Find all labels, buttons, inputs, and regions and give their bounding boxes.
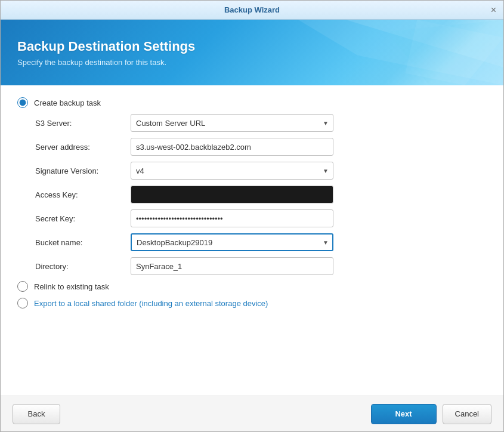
bucket-name-row: Bucket name: DesktopBackup29019 ▼ — [35, 233, 487, 251]
secret-key-control — [131, 209, 333, 227]
header-banner: Backup Destination Settings Specify the … — [1, 20, 503, 85]
server-address-control — [131, 138, 333, 156]
backup-wizard-window: Backup Wizard × Backup Destination Setti… — [0, 0, 504, 432]
access-key-row: Access Key: — [35, 186, 487, 203]
footer: Back Next Cancel — [1, 396, 503, 431]
s3-server-select[interactable]: Custom Server URL Amazon S3 Other — [131, 114, 333, 132]
back-button[interactable]: Back — [13, 404, 60, 424]
header-title: Backup Destination Settings — [17, 39, 487, 54]
signature-version-row: Signature Version: v2 v4 ▼ — [35, 162, 487, 180]
create-task-label[interactable]: Create backup task — [34, 98, 101, 107]
server-address-row: Server address: — [35, 138, 487, 156]
access-key-redacted[interactable] — [131, 186, 333, 203]
bucket-name-select[interactable]: DesktopBackup29019 — [131, 233, 333, 251]
next-button[interactable]: Next — [371, 404, 437, 424]
export-task-radio[interactable] — [17, 298, 28, 308]
access-key-control — [131, 186, 333, 203]
directory-label: Directory: — [35, 262, 131, 271]
header-subtitle: Specify the backup destination for this … — [17, 58, 487, 67]
close-button[interactable]: × — [491, 5, 496, 15]
footer-left: Back — [13, 404, 60, 424]
secret-key-input[interactable] — [131, 209, 333, 227]
s3-server-control: Custom Server URL Amazon S3 Other ▼ — [131, 114, 333, 132]
create-task-radio[interactable] — [17, 97, 28, 108]
signature-version-select[interactable]: v2 v4 — [131, 162, 333, 180]
server-address-label: Server address: — [35, 143, 131, 152]
title-bar: Backup Wizard × — [1, 1, 503, 20]
s3-server-row: S3 Server: Custom Server URL Amazon S3 O… — [35, 114, 487, 132]
relink-task-label[interactable]: Relink to existing task — [34, 282, 109, 291]
access-key-label: Access Key: — [35, 190, 131, 199]
signature-version-select-wrapper: v2 v4 ▼ — [131, 162, 333, 180]
signature-version-control: v2 v4 ▼ — [131, 162, 333, 180]
directory-row: Directory: — [35, 257, 487, 275]
relink-task-radio[interactable] — [17, 281, 28, 292]
directory-input[interactable] — [131, 257, 333, 275]
create-task-option[interactable]: Create backup task — [17, 97, 487, 108]
window-title: Backup Wizard — [224, 5, 280, 14]
directory-control — [131, 257, 333, 275]
export-task-option[interactable]: Export to a local shared folder (includi… — [17, 298, 487, 308]
signature-version-label: Signature Version: — [35, 166, 131, 175]
create-task-form: S3 Server: Custom Server URL Amazon S3 O… — [35, 114, 487, 275]
bucket-name-control: DesktopBackup29019 ▼ — [131, 233, 333, 251]
cancel-button[interactable]: Cancel — [443, 404, 491, 424]
secret-key-row: Secret Key: — [35, 209, 487, 227]
footer-right: Next Cancel — [371, 404, 491, 424]
content-area: Create backup task S3 Server: Custom Ser… — [1, 85, 503, 396]
relink-task-option[interactable]: Relink to existing task — [17, 281, 487, 292]
bucket-name-label: Bucket name: — [35, 238, 131, 247]
s3-server-label: S3 Server: — [35, 119, 131, 128]
export-task-label[interactable]: Export to a local shared folder (includi… — [34, 299, 268, 308]
bucket-name-select-wrapper: DesktopBackup29019 ▼ — [131, 233, 333, 251]
secret-key-label: Secret Key: — [35, 214, 131, 223]
s3-server-select-wrapper: Custom Server URL Amazon S3 Other ▼ — [131, 114, 333, 132]
server-address-input[interactable] — [131, 138, 333, 156]
